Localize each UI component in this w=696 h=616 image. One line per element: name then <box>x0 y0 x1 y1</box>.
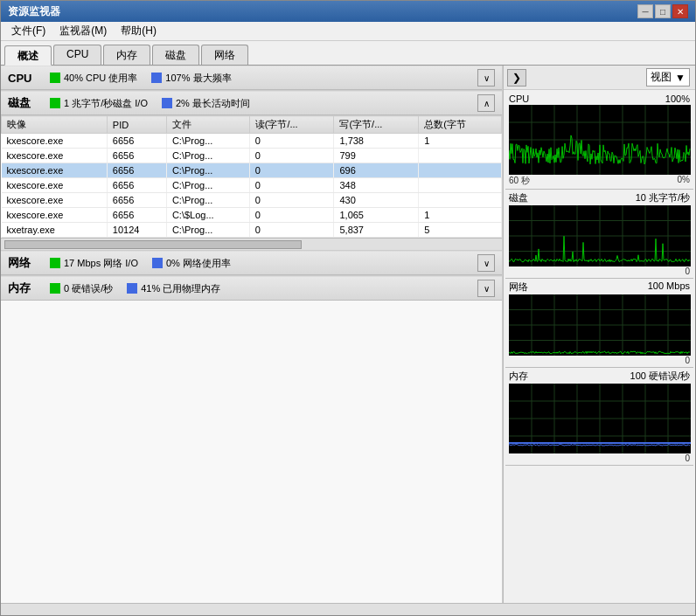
view-dropdown[interactable]: 视图 ▼ <box>646 68 690 87</box>
menu-file[interactable]: 文件(F) <box>4 22 52 40</box>
col-write[interactable]: 写(字节/... <box>334 116 419 134</box>
minimize-button[interactable]: ─ <box>637 4 653 18</box>
memory-section-header[interactable]: 内存 0 硬错误/秒 41% 已用物理内存 ∨ <box>1 276 502 301</box>
status-bar <box>1 603 695 615</box>
cpu-stat-text-2: 107% 最大频率 <box>165 72 231 85</box>
network-stat-dot-2 <box>152 258 163 268</box>
disk-section-header[interactable]: 磁盘 1 兆字节/秒磁盘 I/O 2% 最长活动时间 ∧ <box>1 91 502 115</box>
tab-cpu[interactable]: CPU <box>53 45 101 65</box>
disk-stats: 1 兆字节/秒磁盘 I/O 2% 最长活动时间 <box>50 97 477 110</box>
window-title: 资源监视器 <box>8 4 60 19</box>
tab-network[interactable]: 网络 <box>201 45 248 65</box>
memory-stat-dot-1 <box>50 283 60 294</box>
col-total[interactable]: 总数(字节 <box>419 116 502 134</box>
network-graph-min: 0 <box>685 356 690 365</box>
network-section: 网络 17 Mbps 网络 I/O 0% 网络使用率 ∨ <box>1 250 502 275</box>
disk-table: 映像 PID 文件 读(字节/... 写(字节/... 总数(字节 kxesco… <box>1 115 502 238</box>
memory-stat-dot-2 <box>127 283 137 294</box>
main-window: 资源监视器 ─ □ ✕ 文件(F) 监视器(M) 帮助(H) 概述 CPU 内存… <box>0 0 696 616</box>
network-section-header[interactable]: 网络 17 Mbps 网络 I/O 0% 网络使用率 ∨ <box>1 251 502 275</box>
disk-title: 磁盘 <box>8 95 39 111</box>
table-row[interactable]: kxescore.exe6656C:\Prog...01,7381 <box>2 134 502 149</box>
network-graph-title: 网络 <box>509 280 528 294</box>
memory-stats: 0 硬错误/秒 41% 已用物理内存 <box>50 282 477 295</box>
network-graph <box>509 294 691 356</box>
disk-stat-text-1: 1 兆字节/秒磁盘 I/O <box>64 97 148 110</box>
table-row[interactable]: kxescore.exe6656C:\Prog...0696 <box>2 163 502 178</box>
cpu-stat-dot-2 <box>151 73 162 83</box>
maximize-button[interactable]: □ <box>655 4 671 18</box>
network-stat-text-2: 0% 网络使用率 <box>166 257 231 270</box>
memory-title: 内存 <box>8 280 39 296</box>
table-row[interactable]: kxescore.exe6656C:\Prog...0430 <box>2 193 502 208</box>
view-dropdown-arrow: ▼ <box>675 72 686 84</box>
table-row[interactable]: kxetray.exe10124C:\Prog...05,8375 <box>2 223 502 238</box>
memory-graph-footer: 0 <box>509 453 690 463</box>
disk-section: 磁盘 1 兆字节/秒磁盘 I/O 2% 最长活动时间 ∧ <box>1 90 502 250</box>
memory-graph-section: 内存 100 硬错误/秒 0 <box>505 368 693 466</box>
cpu-title: CPU <box>8 72 39 85</box>
disk-graph-section: 磁盘 10 兆字节/秒 0 <box>505 190 693 279</box>
right-panel: ❯ 视图 ▼ CPU 100% <box>503 66 695 603</box>
disk-h-scrollbar[interactable] <box>1 238 502 250</box>
cpu-expand-button[interactable]: ∨ <box>477 69 495 87</box>
network-graph-label: 网络 100 Mbps <box>509 280 690 294</box>
memory-expand-button[interactable]: ∨ <box>477 280 495 297</box>
cpu-stat-1: 40% CPU 使用率 <box>50 72 137 85</box>
table-row[interactable]: kxescore.exe6656C:\Prog...0799 <box>2 149 502 163</box>
network-stat-text-1: 17 Mbps 网络 I/O <box>64 257 138 270</box>
table-row[interactable]: kxescore.exe6656C:\$Log...01,0651 <box>2 208 502 223</box>
tab-memory[interactable]: 内存 <box>103 45 150 65</box>
left-panel: CPU 40% CPU 使用率 107% 最大频率 ∨ 磁盘 <box>1 66 503 603</box>
memory-stat-text-1: 0 硬错误/秒 <box>64 282 113 295</box>
tab-bar: 概述 CPU 内存 磁盘 网络 <box>1 41 695 66</box>
main-content: CPU 40% CPU 使用率 107% 最大频率 ∨ 磁盘 <box>1 66 695 603</box>
col-file[interactable]: 文件 <box>166 116 249 134</box>
disk-table-container[interactable]: 映像 PID 文件 读(字节/... 写(字节/... 总数(字节 kxesco… <box>1 115 502 238</box>
view-label: 视图 <box>651 70 672 85</box>
disk-stat-dot-2 <box>162 98 172 108</box>
cpu-section-header[interactable]: CPU 40% CPU 使用率 107% 最大频率 ∨ <box>1 66 502 90</box>
memory-section: 内存 0 硬错误/秒 41% 已用物理内存 ∨ <box>1 275 502 301</box>
network-title: 网络 <box>8 255 39 271</box>
title-bar: 资源监视器 ─ □ ✕ <box>1 1 695 22</box>
disk-stat-dot-1 <box>50 98 60 108</box>
network-expand-button[interactable]: ∨ <box>477 254 495 272</box>
col-pid[interactable]: PID <box>107 116 166 134</box>
memory-stat-text-2: 41% 已用物理内存 <box>141 282 220 295</box>
memory-stat-1: 0 硬错误/秒 <box>50 282 113 295</box>
graphs-container: CPU 100% 60 秒 0% 磁盘 10 兆字节/秒 <box>504 90 695 603</box>
col-image[interactable]: 映像 <box>2 116 108 134</box>
right-panel-header: ❯ 视图 ▼ <box>504 66 695 90</box>
memory-graph <box>509 384 691 453</box>
memory-graph-title: 内存 <box>509 370 528 383</box>
menu-help[interactable]: 帮助(H) <box>114 22 164 40</box>
disk-graph-min: 0 <box>685 266 690 276</box>
memory-graph-min: 0 <box>685 453 690 463</box>
disk-expand-button[interactable]: ∧ <box>477 94 495 112</box>
network-graph-max: 100 Mbps <box>648 280 690 294</box>
close-button[interactable]: ✕ <box>672 4 688 18</box>
disk-stat-text-2: 2% 最长活动时间 <box>176 97 250 110</box>
disk-graph-label: 磁盘 10 兆字节/秒 <box>509 191 690 204</box>
cpu-graph-label: CPU 100% <box>509 93 690 104</box>
window-controls: ─ □ ✕ <box>637 4 688 18</box>
panel-expand-button[interactable]: ❯ <box>507 69 526 87</box>
network-stat-2: 0% 网络使用率 <box>152 257 231 270</box>
network-graph-section: 网络 100 Mbps 0 <box>505 279 693 368</box>
menu-monitor[interactable]: 监视器(M) <box>52 22 114 40</box>
disk-graph-footer: 0 <box>509 266 690 276</box>
disk-graph <box>509 205 691 266</box>
tab-overview[interactable]: 概述 <box>4 45 52 66</box>
disk-stat-2: 2% 最长活动时间 <box>162 97 250 110</box>
disk-stat-1: 1 兆字节/秒磁盘 I/O <box>50 97 148 110</box>
menu-bar: 文件(F) 监视器(M) 帮助(H) <box>1 22 695 41</box>
network-graph-footer: 0 <box>509 356 690 365</box>
col-read[interactable]: 读(字节/... <box>249 116 334 134</box>
tab-disk[interactable]: 磁盘 <box>152 45 199 65</box>
table-row[interactable]: kxescore.exe6656C:\Prog...0348 <box>2 178 502 193</box>
cpu-stat-dot-1 <box>50 73 60 83</box>
cpu-graph <box>509 105 691 175</box>
network-stat-1: 17 Mbps 网络 I/O <box>50 257 138 270</box>
disk-graph-title: 磁盘 <box>509 191 528 204</box>
